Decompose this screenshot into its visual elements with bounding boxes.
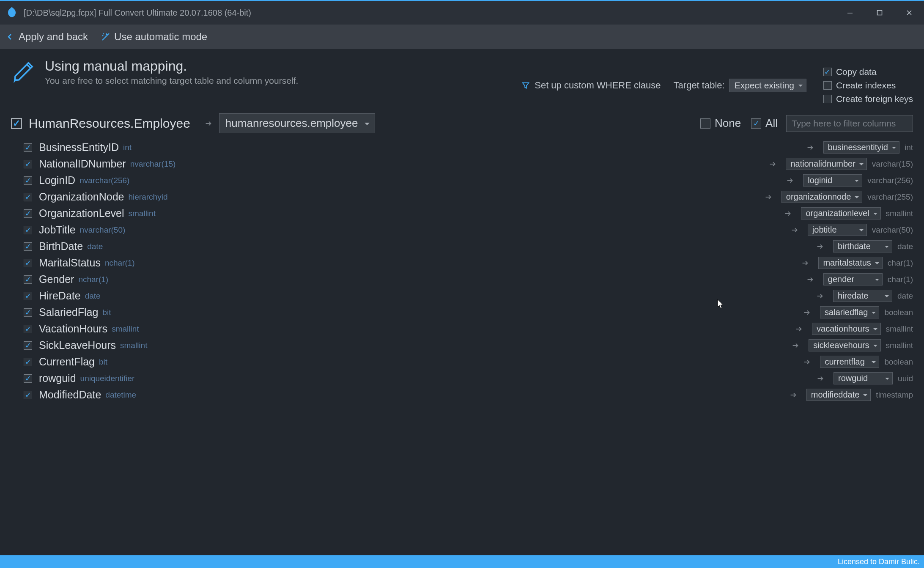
target-column-name: businessentityid [828, 143, 888, 152]
target-column-select[interactable]: birthdate [833, 240, 892, 252]
column-enabled-checkbox[interactable] [24, 160, 32, 168]
target-column-select[interactable]: organizationnode [781, 191, 862, 203]
arrow-right-icon [764, 192, 773, 202]
target-column-type: varchar(15) [872, 159, 913, 169]
target-table-dropdown[interactable]: Expect existing [729, 79, 806, 92]
custom-where-label: Set up custom WHERE clause [535, 80, 661, 91]
column-enabled-checkbox[interactable] [24, 226, 32, 234]
source-column-name: SickLeaveHours [39, 339, 116, 351]
column-row: OrganizationLevelsmallintorganizationlev… [24, 205, 913, 222]
column-row: BirthDatedatebirthdatedate [24, 238, 913, 255]
copy-data-checkbox[interactable]: Copy data [823, 67, 913, 77]
target-column-type: varchar(256) [867, 176, 913, 185]
target-column-name: loginid [808, 176, 832, 185]
source-table-name: HumanResources.Employee [29, 116, 190, 131]
target-column-select[interactable]: modifieddate [806, 389, 871, 401]
filter-columns-input[interactable] [786, 115, 913, 132]
column-enabled-checkbox[interactable] [24, 143, 32, 152]
column-enabled-checkbox[interactable] [24, 176, 32, 185]
column-enabled-checkbox[interactable] [24, 242, 32, 251]
copy-data-label: Copy data [836, 67, 877, 77]
target-column-type: char(1) [888, 275, 913, 284]
toolbar: Apply and back Use automatic mode [0, 25, 924, 49]
column-row: CurrentFlagbitcurrentflagboolean [24, 354, 913, 370]
column-row: MaritalStatusnchar(1)maritalstatuschar(1… [24, 255, 913, 271]
target-column-select[interactable]: organizationlevel [801, 207, 880, 220]
column-enabled-checkbox[interactable] [24, 275, 32, 284]
source-column-name: ModifiedDate [39, 389, 101, 401]
create-foreign-keys-checkbox[interactable]: Create foreign keys [823, 94, 913, 104]
target-table-select[interactable]: humanresources.employee [219, 113, 376, 133]
target-column-name: maritalstatus [823, 258, 871, 267]
column-enabled-checkbox[interactable] [24, 193, 32, 201]
source-column-name: MaritalStatus [39, 257, 101, 269]
target-column-type: smallint [886, 209, 913, 218]
source-column-name: LoginID [39, 174, 75, 187]
source-column-name: JobTitle [39, 224, 76, 236]
target-column-select[interactable]: jobtitle [808, 224, 867, 236]
app-logo-icon [4, 5, 19, 20]
target-column-name: currentflag [825, 357, 865, 366]
source-column-name: BusinessEntityID [39, 141, 119, 154]
target-column-select[interactable]: sickleavehours [809, 339, 880, 351]
column-enabled-checkbox[interactable] [24, 358, 32, 366]
create-fk-label: Create foreign keys [836, 94, 913, 104]
checkbox-icon [823, 81, 832, 90]
source-column-type: nchar(1) [78, 275, 108, 284]
target-column-name: gender [828, 274, 854, 284]
column-row: NationalIDNumbernvarchar(15)nationalidnu… [24, 156, 913, 172]
source-column-name: CurrentFlag [39, 356, 95, 368]
close-button[interactable] [894, 1, 924, 25]
target-column-select[interactable]: salariedflag [820, 306, 879, 318]
column-enabled-checkbox[interactable] [24, 391, 32, 399]
pencil-icon [11, 58, 38, 85]
target-column-type: date [897, 291, 913, 301]
source-column-type: hierarchyid [129, 192, 168, 202]
column-enabled-checkbox[interactable] [24, 259, 32, 267]
create-indexes-checkbox[interactable]: Create indexes [823, 80, 913, 91]
svg-rect-0 [847, 13, 853, 14]
select-all-checkbox[interactable]: All [751, 117, 778, 130]
target-column-type: boolean [884, 357, 913, 367]
source-column-name: BirthDate [39, 240, 83, 252]
titlebar: [D:\DB\sql2pg.fcpx] Full Convert Ultimat… [0, 1, 924, 25]
use-automatic-mode-button[interactable]: Use automatic mode [101, 31, 207, 43]
target-column-select[interactable]: loginid [803, 174, 862, 187]
column-row: VacationHourssmallintvacationhourssmalli… [24, 321, 913, 337]
source-column-type: nvarchar(15) [130, 159, 176, 169]
window-title: [D:\DB\sql2pg.fcpx] Full Convert Ultimat… [24, 8, 251, 18]
column-enabled-checkbox[interactable] [24, 209, 32, 218]
target-column-select[interactable]: gender [823, 273, 883, 285]
create-indexes-label: Create indexes [836, 80, 896, 91]
target-column-select[interactable]: currentflag [820, 356, 879, 368]
source-column-type: datetime [105, 390, 136, 400]
table-mapping-row: HumanResources.Employee humanresources.e… [0, 107, 924, 137]
custom-where-button[interactable]: Set up custom WHERE clause [521, 80, 661, 91]
arrow-right-icon [802, 357, 812, 367]
target-column-select[interactable]: vacationhours [812, 323, 881, 335]
source-column-name: HireDate [39, 290, 81, 302]
source-column-name: VacationHours [39, 323, 107, 335]
source-column-type: uniqueidentifier [80, 374, 135, 383]
target-column-select[interactable]: rowguid [834, 372, 893, 384]
checkbox-icon [823, 68, 832, 76]
arrow-right-icon [816, 374, 825, 383]
checkbox-icon [751, 118, 761, 129]
target-column-select[interactable]: businessentityid [823, 141, 899, 154]
maximize-button[interactable] [865, 1, 894, 25]
select-none-checkbox[interactable]: None [700, 117, 741, 130]
column-enabled-checkbox[interactable] [24, 308, 32, 317]
minimize-button[interactable] [835, 1, 865, 25]
source-column-name: NationalIDNumber [39, 158, 126, 170]
page-subheading: You are free to select matching target t… [45, 76, 298, 86]
auto-mode-label: Use automatic mode [114, 31, 207, 43]
apply-and-back-button[interactable]: Apply and back [5, 31, 88, 43]
table-enabled-checkbox[interactable] [11, 118, 22, 129]
target-column-select[interactable]: maritalstatus [818, 257, 882, 269]
column-enabled-checkbox[interactable] [24, 341, 32, 350]
column-enabled-checkbox[interactable] [24, 325, 32, 333]
target-column-select[interactable]: hiredate [833, 290, 892, 302]
target-column-select[interactable]: nationalidnumber [786, 158, 866, 170]
column-enabled-checkbox[interactable] [24, 292, 32, 300]
column-enabled-checkbox[interactable] [24, 374, 32, 383]
